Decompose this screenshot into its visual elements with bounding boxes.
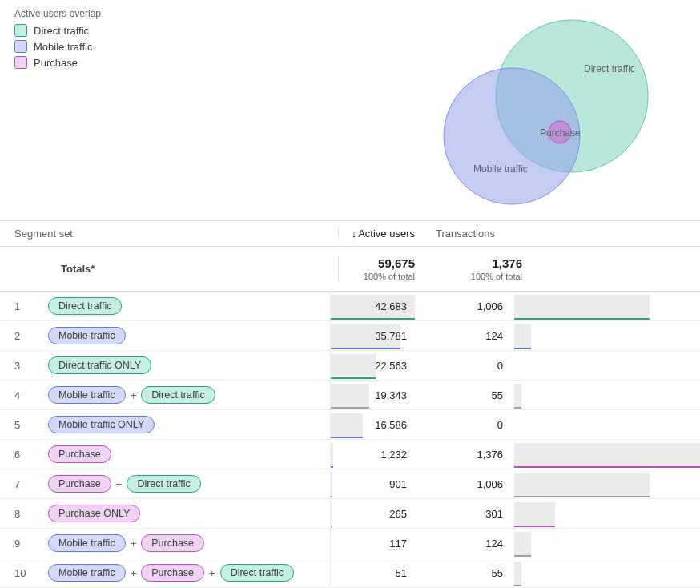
totals-active-users: 59,675 100% of total [338, 256, 426, 281]
segment-chip[interactable]: Mobile traffic [48, 327, 126, 344]
underline [514, 348, 531, 349]
plus-icon: + [131, 567, 137, 579]
segment-chips: Direct traffic ONLY [26, 356, 330, 374]
legend-label: Mobile traffic [34, 41, 92, 53]
segment-chips: Mobile traffic+Purchase+Direct traffic [26, 564, 330, 582]
bar [331, 473, 332, 497]
plus-icon: + [131, 538, 137, 550]
header-transactions[interactable]: Transactions [426, 228, 700, 240]
table-row[interactable]: 8Purchase ONLY265301 [0, 499, 700, 529]
table-row[interactable]: 4Mobile traffic+Direct traffic19,34355 [0, 381, 700, 410]
segment-chip[interactable]: Mobile traffic [48, 386, 126, 404]
underline [331, 407, 369, 409]
legend-item-direct[interactable]: Direct traffic [14, 24, 159, 37]
swatch-purchase-icon [14, 56, 27, 69]
active-users-value: 117 [389, 538, 407, 550]
row-number: 8 [0, 508, 26, 520]
segment-chip[interactable]: Mobile traffic ONLY [48, 416, 155, 433]
underline [331, 437, 363, 438]
segment-chips: Purchase [26, 445, 330, 463]
transactions-cell: 55 [418, 381, 700, 409]
segment-chip[interactable]: Purchase [141, 564, 204, 582]
active-users-cell: 1,232 [330, 440, 418, 469]
segment-chip[interactable]: Direct traffic [48, 297, 122, 315]
transactions-cell: 55 [418, 558, 700, 587]
transactions-value: 0 [497, 419, 503, 431]
segment-chips: Purchase ONLY [26, 505, 330, 522]
transactions-value: 124 [485, 330, 503, 342]
transactions-value: 0 [497, 360, 503, 372]
sort-desc-icon [352, 228, 359, 240]
segment-chip[interactable]: Purchase ONLY [48, 505, 140, 522]
legend-item-purchase[interactable]: Purchase [14, 56, 159, 69]
transactions-value: 1,376 [477, 449, 503, 461]
transactions-cell: 1,006 [418, 469, 700, 498]
row-number: 7 [0, 478, 26, 490]
venn-label-direct: Direct traffic [584, 63, 635, 75]
table-row[interactable]: 5Mobile traffic ONLY16,5860 [0, 410, 700, 440]
segment-chip[interactable]: Direct traffic [127, 475, 200, 493]
table-row[interactable]: 1Direct traffic42,6831,006 [0, 292, 700, 321]
bar [514, 532, 531, 556]
row-number: 5 [0, 419, 26, 431]
transactions-cell: 124 [418, 529, 700, 558]
active-users-cell: 22,563 [330, 351, 418, 380]
venn-label-purchase: Purchase [540, 127, 581, 139]
segment-chips: Mobile traffic ONLY [26, 416, 330, 433]
header-active-users[interactable]: Active users [338, 228, 426, 240]
bar [331, 354, 376, 378]
segment-chips: Mobile traffic [26, 327, 330, 344]
segment-chips: Mobile traffic+Direct traffic [26, 386, 330, 404]
segment-chip[interactable]: Mobile traffic [48, 564, 126, 582]
legend-item-mobile[interactable]: Mobile traffic [14, 40, 159, 53]
row-number: 4 [0, 389, 26, 401]
active-users-cell: 265 [330, 499, 418, 528]
row-number: 1 [0, 300, 26, 312]
bar [331, 502, 332, 526]
segment-chip[interactable]: Purchase [141, 534, 204, 552]
bar [331, 384, 369, 408]
segment-chips: Purchase+Direct traffic [26, 475, 330, 493]
venn-diagram[interactable]: Direct traffic Mobile traffic Purchase [159, 8, 700, 204]
segment-chip[interactable]: Purchase [48, 445, 111, 463]
segment-chip[interactable]: Direct traffic ONLY [48, 356, 151, 374]
segment-chip[interactable]: Mobile traffic [48, 534, 126, 552]
header-segment[interactable]: Segment set [0, 228, 338, 240]
transactions-value: 1,006 [477, 478, 503, 490]
transactions-cell: 0 [418, 410, 700, 439]
totals-row: Totals* 59,675 100% of total 1,376 100% … [0, 247, 700, 292]
table-row[interactable]: 2Mobile traffic35,781124 [0, 321, 700, 351]
active-users-value: 42,683 [375, 300, 407, 312]
active-users-value: 19,343 [375, 389, 407, 401]
transactions-value: 55 [492, 389, 503, 401]
table-row[interactable]: 10Mobile traffic+Purchase+Direct traffic… [0, 558, 700, 588]
transactions-value: 301 [485, 508, 503, 520]
table-row[interactable]: 7Purchase+Direct traffic9011,006 [0, 469, 700, 499]
bar [514, 502, 555, 526]
totals-transactions: 1,376 100% of total [426, 256, 522, 281]
active-users-value: 51 [396, 567, 407, 579]
active-users-cell: 19,343 [330, 381, 418, 409]
transactions-cell: 1,006 [418, 292, 700, 320]
totals-label: Totals* [0, 263, 338, 275]
legend-label: Purchase [34, 57, 78, 69]
segment-chips: Direct traffic [26, 297, 330, 315]
transactions-cell: 124 [418, 321, 700, 350]
underline [331, 318, 415, 320]
segment-chip[interactable]: Purchase [48, 475, 111, 493]
underline [514, 585, 521, 586]
active-users-cell: 35,781 [330, 321, 418, 350]
bar [514, 295, 650, 319]
segment-chip[interactable]: Direct traffic [220, 564, 294, 582]
segment-chip[interactable]: Direct traffic [141, 386, 215, 404]
underline [331, 496, 332, 497]
transactions-cell: 1,376 [418, 440, 700, 469]
bar [514, 562, 521, 586]
table-row[interactable]: 9Mobile traffic+Purchase117124 [0, 529, 700, 558]
legend-title: Active users overlap [14, 8, 159, 19]
legend: Active users overlap Direct traffic Mobi… [14, 8, 159, 204]
transactions-value: 55 [492, 567, 503, 579]
table-row[interactable]: 6Purchase1,2321,376 [0, 440, 700, 469]
active-users-value: 16,586 [375, 419, 407, 431]
table-row[interactable]: 3Direct traffic ONLY22,5630 [0, 351, 700, 381]
